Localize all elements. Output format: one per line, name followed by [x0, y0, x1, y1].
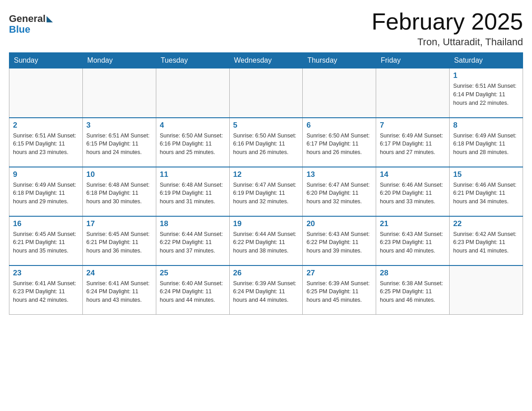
day-number: 26: [233, 269, 299, 278]
calendar-table: SundayMondayTuesdayWednesdayThursdayFrid…: [9, 52, 523, 315]
day-of-week-header: Tuesday: [156, 53, 229, 68]
day-number: 3: [86, 121, 152, 130]
day-number: 11: [160, 170, 226, 179]
calendar-cell: 9Sunrise: 6:49 AM Sunset: 6:18 PM Daylig…: [9, 167, 83, 216]
logo-blue-text: Blue: [9, 24, 53, 35]
calendar-week-row: 1Sunrise: 6:51 AM Sunset: 6:14 PM Daylig…: [9, 68, 523, 118]
calendar-cell: 17Sunrise: 6:45 AM Sunset: 6:21 PM Dayli…: [82, 216, 156, 265]
calendar-cell: 14Sunrise: 6:46 AM Sunset: 6:20 PM Dayli…: [376, 167, 450, 216]
day-info: Sunrise: 6:46 AM Sunset: 6:20 PM Dayligh…: [380, 181, 446, 206]
day-info: Sunrise: 6:50 AM Sunset: 6:16 PM Dayligh…: [160, 132, 226, 157]
calendar-cell: 22Sunrise: 6:42 AM Sunset: 6:23 PM Dayli…: [450, 216, 523, 265]
day-of-week-header: Friday: [376, 53, 450, 68]
calendar-cell: 23Sunrise: 6:41 AM Sunset: 6:23 PM Dayli…: [9, 265, 83, 315]
day-info: Sunrise: 6:44 AM Sunset: 6:22 PM Dayligh…: [233, 230, 299, 255]
calendar-cell: [376, 68, 450, 118]
calendar-cell: 5Sunrise: 6:50 AM Sunset: 6:16 PM Daylig…: [229, 118, 303, 167]
day-info: Sunrise: 6:46 AM Sunset: 6:21 PM Dayligh…: [453, 181, 519, 206]
calendar-week-row: 23Sunrise: 6:41 AM Sunset: 6:23 PM Dayli…: [9, 265, 523, 315]
day-number: 27: [306, 269, 372, 278]
day-number: 22: [453, 219, 519, 228]
day-info: Sunrise: 6:50 AM Sunset: 6:16 PM Dayligh…: [233, 132, 299, 157]
calendar-week-row: 9Sunrise: 6:49 AM Sunset: 6:18 PM Daylig…: [9, 167, 523, 216]
day-info: Sunrise: 6:43 AM Sunset: 6:23 PM Dayligh…: [380, 230, 446, 255]
day-info: Sunrise: 6:49 AM Sunset: 6:18 PM Dayligh…: [13, 181, 79, 206]
day-info: Sunrise: 6:43 AM Sunset: 6:22 PM Dayligh…: [306, 230, 372, 255]
day-info: Sunrise: 6:49 AM Sunset: 6:17 PM Dayligh…: [380, 132, 446, 157]
day-number: 12: [233, 170, 299, 179]
day-number: 13: [306, 170, 372, 179]
calendar-cell: 24Sunrise: 6:41 AM Sunset: 6:24 PM Dayli…: [82, 265, 156, 315]
day-number: 28: [380, 269, 446, 278]
day-info: Sunrise: 6:45 AM Sunset: 6:21 PM Dayligh…: [13, 230, 79, 255]
page-header: General Blue February 2025 Tron, Uttarad…: [9, 9, 523, 48]
day-info: Sunrise: 6:48 AM Sunset: 6:19 PM Dayligh…: [160, 181, 226, 206]
calendar-cell: 12Sunrise: 6:47 AM Sunset: 6:19 PM Dayli…: [229, 167, 303, 216]
day-number: 4: [160, 121, 226, 130]
day-number: 1: [453, 71, 519, 80]
calendar-cell: 25Sunrise: 6:40 AM Sunset: 6:24 PM Dayli…: [156, 265, 229, 315]
calendar-cell: [9, 68, 83, 118]
day-info: Sunrise: 6:44 AM Sunset: 6:22 PM Dayligh…: [160, 230, 226, 255]
day-of-week-header: Thursday: [303, 53, 376, 68]
day-number: 15: [453, 170, 519, 179]
day-info: Sunrise: 6:51 AM Sunset: 6:14 PM Dayligh…: [453, 82, 519, 107]
calendar-cell: 1Sunrise: 6:51 AM Sunset: 6:14 PM Daylig…: [450, 68, 523, 118]
day-number: 10: [86, 170, 152, 179]
day-info: Sunrise: 6:38 AM Sunset: 6:25 PM Dayligh…: [380, 279, 446, 304]
day-info: Sunrise: 6:39 AM Sunset: 6:25 PM Dayligh…: [306, 279, 372, 304]
calendar-cell: 16Sunrise: 6:45 AM Sunset: 6:21 PM Dayli…: [9, 216, 83, 265]
calendar-cell: 6Sunrise: 6:50 AM Sunset: 6:17 PM Daylig…: [303, 118, 376, 167]
calendar-cell: [229, 68, 303, 118]
day-info: Sunrise: 6:41 AM Sunset: 6:23 PM Dayligh…: [13, 279, 79, 304]
calendar-cell: 21Sunrise: 6:43 AM Sunset: 6:23 PM Dayli…: [376, 216, 450, 265]
day-info: Sunrise: 6:48 AM Sunset: 6:18 PM Dayligh…: [86, 181, 152, 206]
day-number: 21: [380, 219, 446, 228]
calendar-cell: [82, 68, 156, 118]
day-info: Sunrise: 6:42 AM Sunset: 6:23 PM Dayligh…: [453, 230, 519, 255]
day-number: 6: [306, 121, 372, 130]
day-number: 18: [160, 219, 226, 228]
calendar-cell: [450, 265, 523, 315]
day-info: Sunrise: 6:40 AM Sunset: 6:24 PM Dayligh…: [160, 279, 226, 304]
calendar-cell: 10Sunrise: 6:48 AM Sunset: 6:18 PM Dayli…: [82, 167, 156, 216]
day-number: 7: [380, 121, 446, 130]
day-number: 16: [13, 219, 79, 228]
logo-general-text: General: [9, 13, 46, 24]
day-number: 5: [233, 121, 299, 130]
day-info: Sunrise: 6:45 AM Sunset: 6:21 PM Dayligh…: [86, 230, 152, 255]
calendar-cell: 4Sunrise: 6:50 AM Sunset: 6:16 PM Daylig…: [156, 118, 229, 167]
calendar-cell: 19Sunrise: 6:44 AM Sunset: 6:22 PM Dayli…: [229, 216, 303, 265]
day-of-week-header: Wednesday: [229, 53, 303, 68]
day-info: Sunrise: 6:51 AM Sunset: 6:15 PM Dayligh…: [86, 132, 152, 157]
logo-arrow-icon: [47, 16, 53, 22]
day-info: Sunrise: 6:47 AM Sunset: 6:19 PM Dayligh…: [233, 181, 299, 206]
day-number: 25: [160, 269, 226, 278]
calendar-cell: 27Sunrise: 6:39 AM Sunset: 6:25 PM Dayli…: [303, 265, 376, 315]
day-number: 14: [380, 170, 446, 179]
calendar-cell: 28Sunrise: 6:38 AM Sunset: 6:25 PM Dayli…: [376, 265, 450, 315]
day-info: Sunrise: 6:50 AM Sunset: 6:17 PM Dayligh…: [306, 132, 372, 157]
calendar-cell: 15Sunrise: 6:46 AM Sunset: 6:21 PM Dayli…: [450, 167, 523, 216]
calendar-cell: 20Sunrise: 6:43 AM Sunset: 6:22 PM Dayli…: [303, 216, 376, 265]
day-info: Sunrise: 6:47 AM Sunset: 6:20 PM Dayligh…: [306, 181, 372, 206]
day-of-week-header: Monday: [82, 53, 156, 68]
calendar-cell: 11Sunrise: 6:48 AM Sunset: 6:19 PM Dayli…: [156, 167, 229, 216]
calendar-cell: 3Sunrise: 6:51 AM Sunset: 6:15 PM Daylig…: [82, 118, 156, 167]
calendar-cell: 26Sunrise: 6:39 AM Sunset: 6:24 PM Dayli…: [229, 265, 303, 315]
calendar-week-row: 2Sunrise: 6:51 AM Sunset: 6:15 PM Daylig…: [9, 118, 523, 167]
location-title: Tron, Uttaradit, Thailand: [372, 36, 523, 48]
calendar-cell: 8Sunrise: 6:49 AM Sunset: 6:18 PM Daylig…: [450, 118, 523, 167]
day-number: 23: [13, 269, 79, 278]
logo: General Blue: [9, 13, 53, 35]
day-number: 2: [13, 121, 79, 130]
day-number: 24: [86, 269, 152, 278]
day-info: Sunrise: 6:41 AM Sunset: 6:24 PM Dayligh…: [86, 279, 152, 304]
calendar-cell: 7Sunrise: 6:49 AM Sunset: 6:17 PM Daylig…: [376, 118, 450, 167]
day-info: Sunrise: 6:39 AM Sunset: 6:24 PM Dayligh…: [233, 279, 299, 304]
month-title: February 2025: [372, 9, 523, 34]
day-of-week-header: Saturday: [450, 53, 523, 68]
calendar-cell: 2Sunrise: 6:51 AM Sunset: 6:15 PM Daylig…: [9, 118, 83, 167]
calendar-header-row: SundayMondayTuesdayWednesdayThursdayFrid…: [9, 53, 523, 68]
calendar-cell: 18Sunrise: 6:44 AM Sunset: 6:22 PM Dayli…: [156, 216, 229, 265]
